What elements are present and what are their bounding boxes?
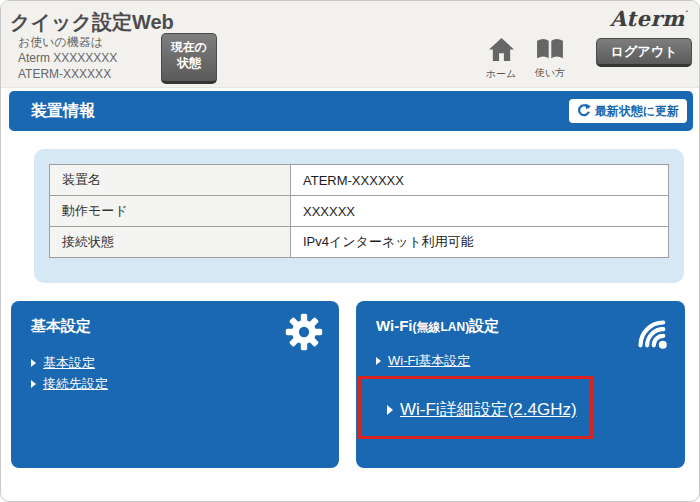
table-row: 接続状態 IPv4インターネット利用可能 bbox=[50, 227, 669, 258]
wifi-signal-icon bbox=[631, 313, 669, 355]
logout-button[interactable]: ログアウト bbox=[596, 38, 692, 67]
page-title: クイック設定Web bbox=[10, 9, 174, 36]
aterm-logo: Aterm· bbox=[610, 6, 688, 31]
card-title: 基本設定 bbox=[31, 317, 91, 336]
row-value: XXXXXX bbox=[291, 196, 669, 227]
table-row: 装置名 ATERM-XXXXXX bbox=[50, 165, 669, 196]
link-wifi-basic[interactable]: Wi-Fi基本設定 bbox=[376, 352, 470, 370]
red-highlight-box: Wi-Fi詳細設定(2.4GHz) bbox=[358, 376, 593, 439]
row-value: ATERM-XXXXXX bbox=[291, 165, 669, 196]
row-label: 動作モード bbox=[50, 196, 291, 227]
section-bar: 装置情報 最新状態に更新 bbox=[9, 91, 693, 131]
device-intro-text: お使いの機器は bbox=[18, 34, 117, 50]
section-title: 装置情報 bbox=[31, 91, 95, 131]
device-model-text: Aterm XXXXXXXX bbox=[18, 50, 117, 66]
wifi-settings-card: Wi-Fi(無線LAN)設定 Wi-Fi基本設定 Wi-Fi詳細設定(2.4GH… bbox=[356, 301, 685, 468]
basic-settings-link[interactable]: 基本設定 bbox=[43, 354, 95, 372]
guide-button[interactable]: 使い方 bbox=[533, 37, 567, 80]
card-title: Wi-Fi(無線LAN)設定 bbox=[376, 317, 499, 336]
home-button[interactable]: ホーム bbox=[485, 37, 517, 81]
registered-mark: · bbox=[685, 6, 688, 16]
home-label: ホーム bbox=[485, 67, 517, 81]
basic-settings-card: 基本設定 基本設定 bbox=[11, 301, 339, 468]
refresh-icon bbox=[577, 103, 591, 120]
current-status-button[interactable]: 現在の 状態 bbox=[161, 33, 217, 84]
wifi-detail-settings-link[interactable]: Wi-Fi詳細設定(2.4GHz) bbox=[400, 398, 577, 421]
link-wifi-detail[interactable]: Wi-Fi詳細設定(2.4GHz) bbox=[387, 398, 577, 421]
connection-settings-link[interactable]: 接続先設定 bbox=[43, 375, 108, 393]
table-row: 動作モード XXXXXX bbox=[50, 196, 669, 227]
refresh-status-button[interactable]: 最新状態に更新 bbox=[569, 99, 687, 123]
book-icon bbox=[536, 47, 564, 64]
triangle-bullet-icon bbox=[31, 380, 36, 388]
device-info-table: 装置名 ATERM-XXXXXX 動作モード XXXXXX 接続状態 IPv4イ… bbox=[49, 164, 669, 258]
device-name-text: ATERM-XXXXXX bbox=[18, 66, 117, 82]
triangle-bullet-icon bbox=[387, 405, 393, 415]
triangle-bullet-icon bbox=[376, 357, 381, 365]
row-value: IPv4インターネット利用可能 bbox=[291, 227, 669, 258]
guide-label: 使い方 bbox=[533, 66, 567, 80]
gear-icon bbox=[285, 313, 323, 355]
device-info-panel: 装置名 ATERM-XXXXXX 動作モード XXXXXX 接続状態 IPv4イ… bbox=[34, 149, 684, 283]
wifi-basic-settings-link[interactable]: Wi-Fi基本設定 bbox=[388, 352, 470, 370]
device-info: お使いの機器は Aterm XXXXXXXX ATERM-XXXXXX bbox=[18, 34, 117, 82]
refresh-label: 最新状態に更新 bbox=[595, 103, 679, 120]
home-icon bbox=[488, 48, 515, 65]
header: クイック設定Web お使いの機器は Aterm XXXXXXXX ATERM-X… bbox=[1, 1, 699, 88]
link-connection-settings[interactable]: 接続先設定 bbox=[31, 375, 108, 393]
row-label: 接続状態 bbox=[50, 227, 291, 258]
triangle-bullet-icon bbox=[31, 359, 36, 367]
quick-setting-web-page: クイック設定Web お使いの機器は Aterm XXXXXXXX ATERM-X… bbox=[0, 0, 700, 502]
link-basic-settings[interactable]: 基本設定 bbox=[31, 354, 95, 372]
row-label: 装置名 bbox=[50, 165, 291, 196]
